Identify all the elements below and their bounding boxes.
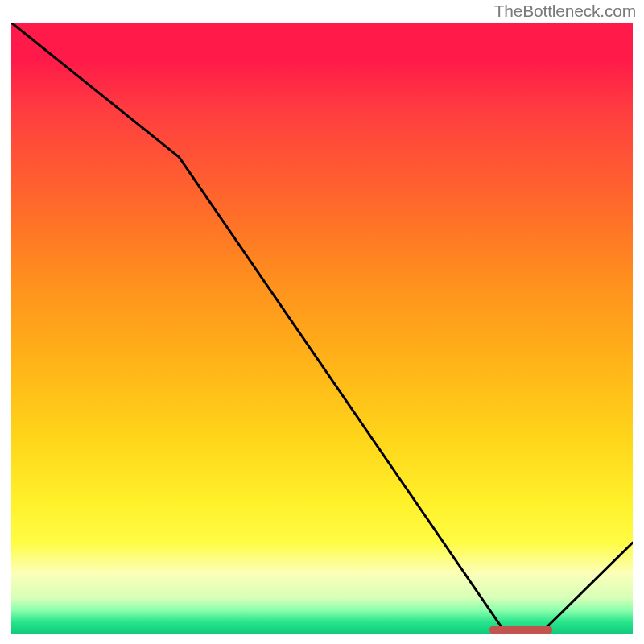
line-curve [11, 23, 633, 634]
optimal-range-marker [489, 626, 551, 634]
chart-container: TheBottleneck.com [0, 0, 644, 644]
watermark-text: TheBottleneck.com [494, 2, 636, 21]
plot-area [11, 23, 633, 634]
